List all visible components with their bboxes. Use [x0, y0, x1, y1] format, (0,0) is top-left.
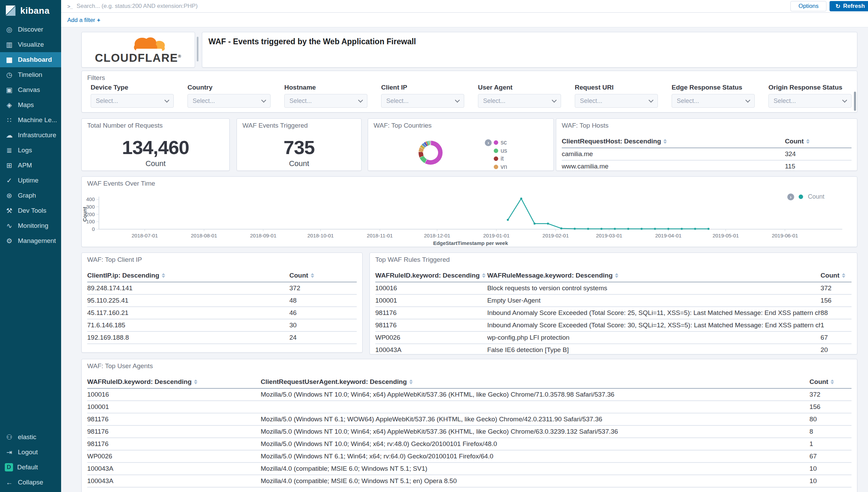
- table-row[interactable]: WP0026wp-config.php LFI protection67: [375, 331, 852, 344]
- sidebar-item-logs[interactable]: ≣Logs: [0, 143, 61, 158]
- legend-expand-icon[interactable]: ›: [787, 194, 794, 200]
- search-input[interactable]: [77, 3, 868, 10]
- table-row[interactable]: 100043AMozilla/4.0 (compatible; MSIE 6.0…: [87, 475, 852, 487]
- monitoring-icon: ∿: [5, 222, 14, 230]
- table-row[interactable]: www.camilia.me115: [562, 160, 852, 171]
- filter-select-user-agent[interactable]: Select...: [478, 94, 561, 108]
- column-header[interactable]: Count: [810, 377, 852, 388]
- sidebar-item-dashboard[interactable]: ▦Dashboard: [0, 52, 61, 67]
- filter-select-request-uri[interactable]: Select...: [575, 94, 658, 108]
- countries-donut-chart[interactable]: [419, 141, 443, 165]
- panel-resize-handle[interactable]: [197, 37, 198, 61]
- table-row[interactable]: 100001156: [87, 401, 852, 413]
- filter-select-country[interactable]: Select...: [187, 94, 271, 108]
- table-row[interactable]: camilia.me324: [562, 148, 852, 160]
- table-row[interactable]: 192.169.188.824: [87, 331, 357, 344]
- table-row[interactable]: 981176Inbound Anomaly Score Exceeded (To…: [375, 319, 852, 331]
- logs-icon: ≣: [5, 146, 14, 154]
- sidebar-item-infrastructure[interactable]: ☁Infrastructure: [0, 128, 61, 143]
- timelion-icon: ◷: [5, 71, 14, 79]
- table-row[interactable]: WP0026Mozilla/5.0 (Windows NT 6.1; Win64…: [87, 450, 852, 462]
- filter-controls: Device TypeSelect...CountrySelect...Host…: [82, 82, 857, 108]
- legend-color-dot: [494, 140, 498, 145]
- sidebar-item-discover[interactable]: ◎Discover: [0, 22, 61, 37]
- filter-select-origin-response-status[interactable]: Select...: [768, 94, 852, 108]
- svg-text:Count: Count: [82, 207, 88, 222]
- refresh-button[interactable]: ↻ Refresh: [830, 1, 868, 11]
- filter-select-client-ip[interactable]: Select...: [381, 94, 464, 108]
- svg-text:0: 0: [92, 226, 95, 232]
- sidebar-item-graph[interactable]: ⊛Graph: [0, 188, 61, 203]
- sidebar-item-apm[interactable]: ⊞APM: [0, 158, 61, 173]
- table-row[interactable]: 981176Inbound Anomaly Score Exceeded (To…: [375, 307, 852, 319]
- dashboard-content: CLOUDFLARE® WAF - Events triggered by th…: [61, 28, 868, 492]
- table-row[interactable]: 89.248.174.141372: [87, 282, 357, 294]
- chevron-down-icon: [164, 97, 169, 102]
- sidebar: kibana ◎Discover▥Visualize▦Dashboard◷Tim…: [0, 0, 61, 492]
- kibana-logo[interactable]: kibana: [0, 0, 61, 21]
- sort-icon: [615, 273, 618, 278]
- legend-expand-icon[interactable]: ›: [485, 139, 492, 146]
- sidebar-nav: ◎Discover▥Visualize▦Dashboard◷Timelion▣C…: [0, 22, 61, 248]
- sidebar-item-default[interactable]: DDefault: [0, 460, 61, 475]
- column-header[interactable]: ClientRequestUserAgent.keyword: Descendi…: [261, 377, 809, 388]
- kibana-logo-text: kibana: [20, 5, 49, 16]
- add-filter-button[interactable]: Add a filter+: [67, 17, 100, 24]
- table-row[interactable]: 981176Mozilla/5.0 (Windows NT 10.0; Win6…: [87, 438, 852, 450]
- legend-color-dot: [494, 149, 498, 153]
- table-row[interactable]: 100043AMozilla/4.0 (compatible; MSIE 6.0…: [87, 462, 852, 475]
- column-header[interactable]: WAFRuleMessage.keyword: Descending: [487, 271, 821, 282]
- sidebar-item-visualize[interactable]: ▥Visualize: [0, 37, 61, 52]
- options-button[interactable]: Options: [790, 1, 826, 11]
- waf-events-title: WAF Events Triggered: [237, 119, 361, 129]
- table-row[interactable]: 100016Block requests to version control …: [375, 282, 852, 294]
- table-row[interactable]: 981176Mozilla/5.0 (Windows NT 10.0; Win6…: [87, 425, 852, 438]
- sidebar-item-monitoring[interactable]: ∿Monitoring: [0, 218, 61, 233]
- sidebar-item-machine-le[interactable]: ∷Machine Le...: [0, 113, 61, 128]
- column-header[interactable]: Count: [289, 271, 357, 282]
- filters-panel: Filters Device TypeSelect...CountrySelec…: [81, 71, 857, 113]
- top-countries-panel: WAF: Top Countries ›scusitvn: [368, 118, 554, 171]
- dashboard-icon: ▦: [5, 56, 14, 64]
- legend-item[interactable]: ›sc: [485, 139, 507, 147]
- sidebar-item-uptime[interactable]: ✓Uptime: [0, 173, 61, 188]
- table-row[interactable]: 981176Mozilla/5.0 (Windows NT 6.1; WOW64…: [87, 413, 852, 425]
- table-row[interactable]: 100043AFalse IE6 detection [Type B]20: [375, 344, 852, 354]
- table-row[interactable]: 95.110.225.4148: [87, 294, 357, 307]
- top-waf-rules-title: Top WAF Rules Triggered: [370, 253, 857, 263]
- column-header[interactable]: ClientRequestHost: Descending: [562, 137, 785, 148]
- scrollbar[interactable]: [854, 92, 856, 111]
- sidebar-item-collapse[interactable]: ←Collapse: [0, 475, 61, 490]
- filter-label-edge-response-status: Edge Response Status: [672, 84, 755, 91]
- table-row[interactable]: 45.117.160.2146: [87, 307, 357, 319]
- sidebar-item-logout[interactable]: ⇥Logout: [0, 445, 61, 460]
- column-header[interactable]: ClientIP.ip: Descending: [87, 271, 289, 282]
- legend-item[interactable]: it: [485, 155, 507, 163]
- table-row[interactable]: 100016Mozilla/5.0 (Windows NT 10.0; Win6…: [87, 388, 852, 401]
- column-header[interactable]: Count: [821, 271, 852, 282]
- svg-text:400: 400: [86, 196, 95, 202]
- sidebar-item-maps[interactable]: ◈Maps: [0, 97, 61, 113]
- events-over-time-chart[interactable]: 01002003004002018-07-012018-08-012018-09…: [82, 177, 857, 247]
- legend-item[interactable]: vn: [485, 163, 507, 171]
- svg-text:2019-06-01: 2019-06-01: [772, 233, 798, 238]
- column-header[interactable]: WAFRuleID.keyword: Descending: [87, 377, 261, 388]
- table-row[interactable]: 71.6.146.18530: [87, 319, 357, 331]
- sidebar-item-management[interactable]: ⚙Management: [0, 233, 61, 248]
- column-header[interactable]: WAFRuleID.keyword: Descending: [375, 271, 487, 282]
- chart-legend[interactable]: › Count: [787, 193, 824, 200]
- sort-icon: [194, 379, 197, 384]
- discover-icon: ◎: [5, 25, 14, 34]
- column-header[interactable]: Count: [785, 137, 852, 148]
- filter-select-device-type[interactable]: Select...: [91, 94, 174, 108]
- sidebar-item-canvas[interactable]: ▣Canvas: [0, 82, 61, 97]
- legend-item[interactable]: us: [485, 147, 507, 155]
- filter-select-edge-response-status[interactable]: Select...: [672, 94, 755, 108]
- filter-select-hostname[interactable]: Select...: [284, 94, 367, 108]
- sidebar-item-dev-tools[interactable]: ⚒Dev Tools: [0, 203, 61, 218]
- sidebar-item-timelion[interactable]: ◷Timelion: [0, 67, 61, 82]
- sidebar-item-elastic[interactable]: ⚇elastic: [0, 430, 61, 445]
- sort-icon: [663, 139, 667, 144]
- waf-events-panel: WAF Events Triggered 735 Count: [237, 118, 362, 171]
- table-row[interactable]: 100001Empty User-Agent156: [375, 294, 852, 307]
